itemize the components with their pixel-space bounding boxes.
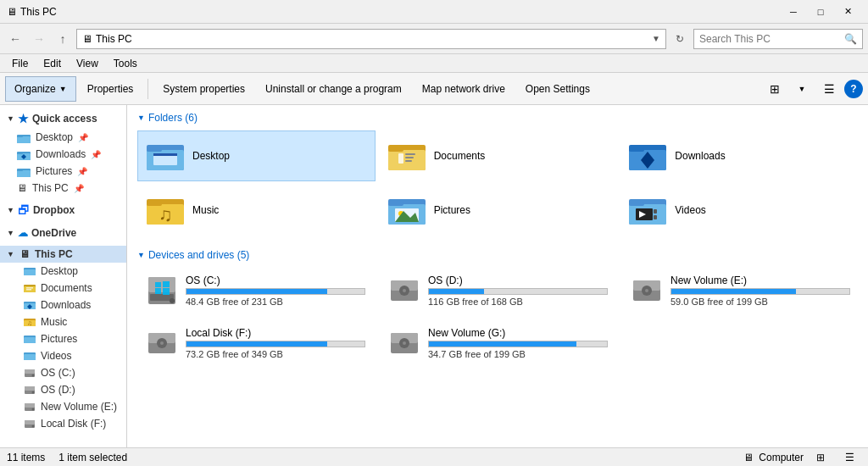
folders-section-title: Folders (6)	[148, 112, 198, 124]
sidebar-item-documents[interactable]: Documents	[0, 280, 126, 297]
menu-view[interactable]: View	[70, 56, 105, 71]
open-settings-button[interactable]: Open Settings	[516, 76, 599, 102]
pictures-large-icon	[387, 192, 427, 228]
svg-rect-52	[629, 148, 644, 152]
menubar: File Edit View Tools	[0, 54, 868, 73]
music-folder-icon: ♫	[24, 317, 36, 327]
search-bar[interactable]: 🔍	[693, 29, 863, 49]
sidebar-item-pictures[interactable]: Pictures	[0, 330, 126, 347]
drive-e-name: New Volume (E:)	[670, 275, 850, 286]
properties-button[interactable]: Properties	[78, 76, 143, 102]
system-properties-button[interactable]: System properties	[153, 76, 254, 102]
svg-rect-66	[629, 202, 644, 206]
folder-item-documents[interactable]: Documents	[379, 130, 617, 181]
svg-rect-25	[24, 354, 36, 360]
drive-item-d[interactable]: OS (D:) 116 GB free of 168 GB	[380, 268, 615, 313]
svg-rect-33	[25, 403, 35, 408]
drive-c-bar	[186, 289, 327, 294]
thispc-sidebar-icon: 🖥	[19, 248, 30, 260]
uninstall-label: Uninstall or change a program	[265, 83, 402, 95]
menu-file[interactable]: File	[5, 56, 35, 71]
sidebar-item-localf[interactable]: Local Disk (F:)	[0, 415, 126, 432]
sidebar: ▼ ★ Quick access Desktop 📌 Downloads 📌 P…	[0, 105, 127, 447]
dropbox-section: ▼ 🗗 Dropbox	[0, 200, 126, 220]
quick-access-header[interactable]: ▼ ★ Quick access	[0, 108, 126, 129]
drives-section-header[interactable]: ▼ Devices and drives (5)	[137, 249, 858, 261]
uninstall-button[interactable]: Uninstall or change a program	[256, 76, 411, 102]
view-dropdown-button[interactable]: ▼	[790, 77, 814, 101]
drive-d-free: 116 GB free of 168 GB	[428, 297, 608, 307]
sidebar-item-pictures-qa[interactable]: Pictures 📌	[0, 163, 126, 180]
close-button[interactable]: ✕	[834, 3, 861, 20]
drive-g-name: New Volume (G:)	[428, 327, 608, 339]
svg-rect-1	[17, 136, 31, 143]
view-list-status-button[interactable]: ☰	[837, 446, 861, 467]
sidebar-item-videos[interactable]: Videos	[0, 347, 126, 364]
drive-d-info: OS (D:) 116 GB free of 168 GB	[428, 275, 608, 307]
sidebar-item-music[interactable]: ♫ Music	[0, 313, 126, 330]
svg-text:♫: ♫	[159, 204, 173, 225]
sidebar-osc-label: OS (C:)	[41, 367, 75, 379]
downloads-folder-icon-qa	[17, 149, 31, 160]
folder-item-downloads[interactable]: Downloads	[620, 130, 858, 181]
pane-button[interactable]: ☰	[817, 77, 841, 101]
navbar: ← → ↑ 🖥 This PC ▼ ↻ 🔍	[0, 24, 868, 54]
map-drive-button[interactable]: Map network drive	[413, 76, 515, 102]
view-tiles-button[interactable]: ⊞	[763, 77, 787, 101]
refresh-button[interactable]: ↻	[670, 29, 690, 49]
onedrive-label: OneDrive	[31, 227, 76, 239]
dropbox-chevron: ▼	[7, 206, 14, 214]
menu-tools[interactable]: Tools	[107, 56, 144, 71]
svg-rect-69	[654, 209, 657, 214]
address-bar[interactable]: 🖥 This PC ▼	[76, 29, 666, 49]
onedrive-chevron: ▼	[7, 229, 14, 237]
folder-pictures-name: Pictures	[434, 204, 470, 216]
help-button[interactable]: ?	[844, 80, 863, 98]
minimize-button[interactable]: ─	[780, 3, 807, 20]
sidebar-item-desktop[interactable]: Desktop	[0, 263, 126, 280]
properties-label: Properties	[87, 83, 134, 95]
toolbar-right: ⊞ ▼ ☰ ?	[763, 77, 863, 101]
svg-rect-8	[17, 170, 31, 177]
sidebar-item-desktop-qa[interactable]: Desktop 📌	[0, 129, 126, 146]
sidebar-item-downloads[interactable]: Downloads	[0, 297, 126, 313]
drive-item-e[interactable]: New Volume (E:) 59.0 GB free of 199 GB	[622, 268, 858, 313]
back-button[interactable]: ←	[5, 29, 25, 49]
sidebar-item-thispc-qa[interactable]: 🖥 This PC 📌	[0, 180, 126, 197]
drive-f-icon	[145, 326, 179, 360]
quick-access-chevron: ▼	[7, 114, 14, 123]
videos-folder-icon	[24, 351, 36, 361]
sidebar-item-osd[interactable]: OS (D:)	[0, 381, 126, 398]
folders-section-header[interactable]: ▼ Folders (6)	[137, 112, 858, 124]
dropbox-header[interactable]: ▼ 🗗 Dropbox	[0, 200, 126, 220]
window-title: This PC	[20, 6, 57, 18]
folder-item-desktop[interactable]: Desktop	[137, 130, 376, 181]
search-input[interactable]	[699, 33, 841, 45]
maximize-button[interactable]: □	[807, 3, 834, 20]
sidebar-desktop-qa-label: Desktop	[36, 131, 73, 143]
view-tiles-status-button[interactable]: ⊞	[809, 446, 832, 467]
onedrive-icon: ☁	[18, 227, 28, 239]
svg-point-74	[170, 298, 175, 303]
sidebar-item-downloads-qa[interactable]: Downloads 📌	[0, 146, 126, 163]
up-button[interactable]: ↑	[53, 29, 73, 49]
folder-item-videos[interactable]: Videos	[620, 185, 858, 236]
titlebar-left: 🖥 This PC	[7, 6, 57, 18]
forward-button[interactable]: →	[29, 29, 49, 49]
folder-item-music[interactable]: ♫ Music	[137, 185, 376, 236]
folder-desktop-name: Desktop	[192, 150, 230, 162]
svg-rect-48	[405, 157, 414, 158]
onedrive-header[interactable]: ▼ ☁ OneDrive	[0, 224, 126, 242]
sidebar-item-osc[interactable]: OS (C:)	[0, 364, 126, 381]
organize-button[interactable]: Organize ▼	[5, 76, 76, 102]
svg-point-94	[403, 341, 406, 345]
drive-d-icon	[387, 274, 421, 308]
thispc-header[interactable]: ▼ 🖥 This PC	[0, 246, 126, 263]
sidebar-item-newe[interactable]: New Volume (E:)	[0, 398, 126, 415]
menu-edit[interactable]: Edit	[36, 56, 68, 71]
svg-rect-75	[155, 282, 161, 287]
drive-item-c[interactable]: OS (C:) 48.4 GB free of 231 GB	[137, 268, 373, 313]
folder-item-pictures[interactable]: Pictures	[379, 185, 617, 236]
drive-item-f[interactable]: Local Disk (F:) 73.2 GB free of 349 GB	[137, 320, 373, 366]
drive-item-g[interactable]: New Volume (G:) 34.7 GB free of 199 GB	[380, 320, 615, 366]
